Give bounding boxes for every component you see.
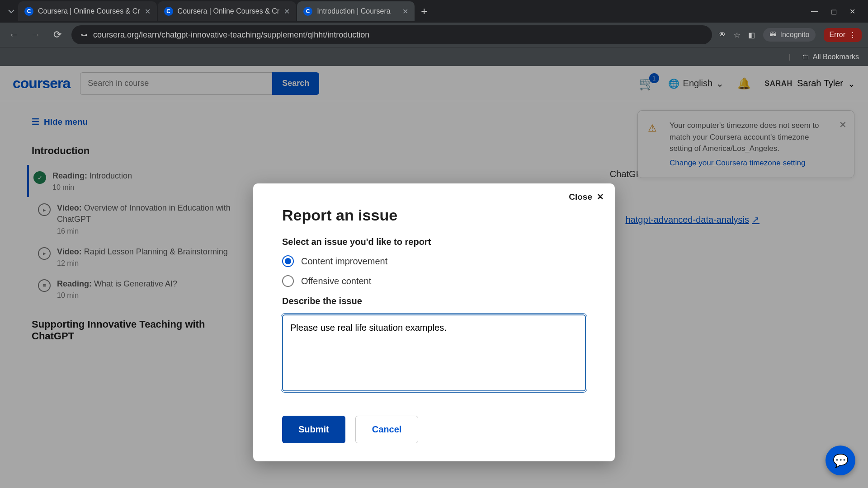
radio-unselected-icon: [282, 275, 294, 287]
bookmark-bar: | 🗀 All Bookmarks: [0, 47, 868, 66]
select-issue-label: Select an issue you'd like to report: [282, 237, 586, 247]
eye-off-icon[interactable]: 👁: [718, 31, 726, 39]
browser-tab[interactable]: C Coursera | Online Courses & Cr ✕: [18, 1, 157, 21]
all-bookmarks-link[interactable]: All Bookmarks: [813, 53, 859, 61]
radio-offensive-content[interactable]: Offensive content: [282, 275, 586, 287]
coursera-favicon: C: [24, 7, 33, 16]
menu-dots-icon: ⋮: [849, 31, 856, 39]
tab-title: Coursera | Online Courses & Cr: [38, 7, 140, 15]
url-text: coursera.org/learn/chatgpt-innovative-te…: [93, 30, 703, 40]
tab-search-dropdown[interactable]: [5, 5, 18, 18]
new-tab-button[interactable]: +: [415, 5, 434, 18]
modal-title: Report an issue: [282, 206, 586, 224]
browser-tab-active[interactable]: C Introduction | Coursera ✕: [297, 1, 415, 21]
close-icon: ✕: [597, 192, 604, 202]
coursera-favicon: C: [303, 7, 312, 16]
close-window-icon[interactable]: ✕: [849, 7, 855, 16]
chat-fab[interactable]: 💬: [826, 446, 855, 475]
folder-icon: 🗀: [802, 53, 809, 61]
incognito-chip[interactable]: 🕶 Incognito: [763, 28, 816, 42]
chat-icon: 💬: [833, 453, 849, 468]
url-field[interactable]: ⊶ coursera.org/learn/chatgpt-innovative-…: [71, 25, 712, 44]
cancel-button[interactable]: Cancel: [355, 416, 419, 443]
tab-title: Coursera | Online Courses & Cr: [178, 7, 280, 15]
tab-title: Introduction | Coursera: [317, 7, 398, 15]
bookmark-star-icon[interactable]: ☆: [734, 31, 740, 39]
site-info-icon[interactable]: ⊶: [80, 31, 88, 39]
maximize-icon[interactable]: ◻: [831, 7, 837, 16]
back-button[interactable]: ←: [6, 27, 22, 42]
forward-button[interactable]: →: [28, 27, 43, 42]
close-icon[interactable]: ✕: [402, 7, 408, 16]
radio-selected-icon: [282, 255, 294, 267]
radio-content-improvement[interactable]: Content improvement: [282, 255, 586, 267]
close-icon[interactable]: ✕: [145, 7, 151, 16]
window-controls: — ◻ ✕: [811, 7, 863, 16]
incognito-icon: 🕶: [769, 31, 777, 39]
close-modal-button[interactable]: Close ✕: [569, 192, 604, 202]
coursera-favicon: C: [164, 7, 173, 16]
tab-bar: C Coursera | Online Courses & Cr ✕ C Cou…: [0, 0, 868, 23]
error-chip[interactable]: Error ⋮: [824, 28, 862, 42]
describe-label: Describe the issue: [282, 296, 586, 306]
reload-button[interactable]: ⟳: [50, 27, 65, 42]
browser-tab[interactable]: C Coursera | Online Courses & Cr ✕: [158, 1, 297, 21]
address-bar: ← → ⟳ ⊶ coursera.org/learn/chatgpt-innov…: [0, 23, 868, 47]
page-content: coursera Search 🛒1 🌐 English ⌄ 🔔 SARAH S…: [0, 66, 868, 488]
browser-chrome: C Coursera | Online Courses & Cr ✕ C Cou…: [0, 0, 868, 66]
minimize-icon[interactable]: —: [811, 7, 818, 16]
submit-button[interactable]: Submit: [282, 416, 345, 443]
issue-description-textarea[interactable]: [282, 314, 586, 391]
panel-icon[interactable]: ◧: [748, 31, 755, 39]
close-icon[interactable]: ✕: [284, 7, 290, 16]
report-issue-modal: Close ✕ Report an issue Select an issue …: [253, 183, 615, 461]
